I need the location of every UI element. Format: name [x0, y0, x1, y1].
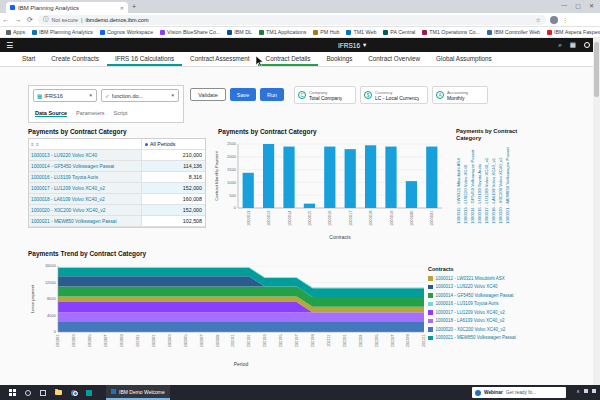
tab-close-icon[interactable]: ✕ — [120, 5, 124, 11]
area-chart-legend: Contracts 1000012 - LW0321 Mitsubishi AS… — [428, 260, 528, 342]
file-explorer-icon[interactable] — [55, 390, 62, 395]
task-view-icon[interactable] — [40, 390, 46, 396]
contract-name-cell[interactable]: 1000013 - LU9220 Volvo XC40 — [29, 150, 141, 160]
bookmark-item[interactable]: TM1 Applications — [259, 29, 306, 35]
profile-avatar[interactable] — [550, 16, 558, 24]
subtab-script[interactable]: Script — [114, 110, 128, 117]
volume-icon[interactable] — [592, 389, 596, 393]
process-toolbar-panel: ▦ IFRS16 ▼ ✓ function.do... ▼ Data Sourc… — [28, 85, 184, 123]
legend-item[interactable]: 1000016 - LU3109 Toyota Auris — [428, 300, 528, 309]
column-header-cell[interactable]: All Periods — [141, 139, 205, 149]
legend-item[interactable]: 1000014 - GF5450 Volkswagen Passat — [428, 291, 528, 300]
bookmark-item[interactable]: PA Central — [383, 29, 415, 35]
taskbar-app-button[interactable]: IBM Demo Welcome — [106, 385, 170, 400]
sheet-tab-contract-details[interactable]: Contract Details — [258, 52, 319, 66]
dashboard-content: ▦ IFRS16 ▼ ✓ function.do... ▼ Data Sourc… — [0, 67, 600, 385]
bookmark-label: PA Central — [390, 29, 415, 35]
scrollbar-thumb[interactable] — [594, 42, 599, 97]
accounting-context-card[interactable]: A Accounting Monthly — [432, 86, 488, 104]
cube-selector[interactable]: ▦ IFRS16 ▼ — [33, 89, 97, 102]
bookmark-item[interactable]: IBM Planning Analytics — [32, 29, 93, 35]
row-axis-header[interactable]: ≡ ≡ — [29, 139, 141, 149]
sheet-tab-create-contracts[interactable]: Create Contracts — [43, 52, 107, 66]
legend-item[interactable]: 1000021 - MEW850 Volkswagen Passat — [428, 334, 528, 343]
contract-name-cell[interactable]: 1000020 - X0C200 Volvo XC40_v2 — [29, 205, 141, 215]
bookmark-star-icon[interactable]: ☆ — [536, 16, 541, 23]
bookmark-item[interactable]: Apps — [6, 29, 25, 35]
forward-icon[interactable]: → — [12, 16, 24, 23]
run-button[interactable]: Run — [260, 88, 284, 101]
search-icon[interactable]: ⌕ — [558, 41, 562, 49]
legend-item[interactable]: 1000013 - LU9220 Volvo XC40 — [428, 283, 528, 292]
sheet-tab-global-assumptions[interactable]: Global Assumptions — [428, 52, 500, 66]
legend-item[interactable]: 1000012 - LW0321 Mitsubishi ASX — [428, 274, 528, 283]
svg-text:202009: 202009 — [216, 335, 220, 348]
value-cell[interactable]: 114,136 — [141, 161, 205, 171]
area-chart-svg[interactable]: 0400080001200016000201901201903201905201… — [28, 260, 428, 368]
chrome-icon[interactable] — [71, 390, 77, 396]
dimension-icon: ≡ — [36, 141, 39, 147]
hamburger-menu-icon[interactable]: ☰ — [6, 41, 13, 50]
user-icon[interactable] — [584, 42, 590, 48]
network-icon[interactable] — [584, 389, 588, 393]
value-cell[interactable]: 210,000 — [141, 150, 205, 160]
category-label: 1000013 - LU9220 Volvo XC40 — [463, 144, 468, 224]
bookmark-item[interactable]: IBM DL — [227, 29, 252, 35]
contract-name-cell[interactable]: 1000018 - LA6109 Volvo XC40_v2 — [29, 194, 141, 204]
company-context-card[interactable]: C Company Total Company — [294, 86, 356, 104]
legend-label: 1000021 - MEW850 Volkswagen Passat — [436, 335, 516, 340]
legend-item[interactable]: 1000020 - X0C200 Volvo XC40_v2 — [428, 325, 528, 334]
url-input[interactable]: ⓘ Not secure | ibmdemo.demos.ibm.com ☆ — [38, 15, 546, 25]
contract-name-cell[interactable]: 1000021 - MEW850 Volkswagen Passat — [29, 216, 141, 226]
bar-chart-svg[interactable]: 0500100015002000250010000121000013100001… — [212, 138, 446, 240]
model-selector[interactable]: IFRS16 ▾ — [338, 41, 366, 49]
subtab-data-source[interactable]: Data Source — [35, 110, 67, 117]
browser-tab[interactable]: IBM Planning Analytics ✕ — [6, 2, 128, 13]
taskbar-search-icon[interactable] — [25, 390, 31, 396]
back-icon[interactable]: ← — [0, 16, 12, 23]
apps-grid-icon[interactable]: ▦ — [570, 41, 576, 49]
bookmark-item[interactable]: TM1 Operations Co... — [422, 29, 480, 35]
sheet-tab-contract-assessment[interactable]: Contract Assessment — [182, 52, 258, 66]
subtab-parameters[interactable]: Parameters — [76, 110, 104, 117]
sheet-tab-ifrs-16-calculations[interactable]: IFRS 16 Calculations — [107, 52, 182, 66]
save-button[interactable]: Save — [230, 88, 256, 101]
new-tab-button[interactable]: + — [132, 3, 136, 10]
contract-name-cell[interactable]: 1000014 - GF5450 Volkswagen Passat — [29, 161, 141, 171]
window-close-icon[interactable]: ✕ — [589, 2, 594, 9]
bookmark-item[interactable]: TM1 Web — [346, 29, 376, 35]
value-cell[interactable]: 8,316 — [141, 172, 205, 182]
value-cell[interactable]: 160,008 — [141, 194, 205, 204]
start-button-icon[interactable] — [9, 389, 16, 396]
validate-button[interactable]: Validate — [190, 88, 226, 101]
window-maximize-icon[interactable]: ▢ — [575, 2, 581, 9]
bookmark-item[interactable]: PM Hub — [313, 29, 339, 35]
notification-toast[interactable]: Webinar Get ready fo... — [472, 387, 566, 398]
legend-item[interactable]: 1000017 - LU1209 Volvo XC40_v2 — [428, 308, 528, 317]
svg-text:Contract Monthly Payment: Contract Monthly Payment — [214, 150, 219, 200]
contract-name-cell[interactable]: 1000017 - LU1209 Volvo XC40_v2 — [29, 183, 141, 193]
reload-icon[interactable]: ⟳ — [24, 16, 36, 24]
bookmark-item[interactable]: Vision BlueShare Co... — [160, 29, 220, 35]
planning-analytics-app-icon[interactable] — [86, 390, 92, 396]
browser-menu-icon[interactable]: ⋮ — [562, 16, 568, 23]
process-selector[interactable]: ✓ function.do... ▼ — [101, 89, 179, 102]
svg-text:202111: 202111 — [327, 335, 331, 347]
legend-item[interactable]: 1000018 - LA6109 Volvo XC40_v2 — [428, 317, 528, 326]
currency-context-card[interactable]: $ Currency LC - Local Currency — [360, 86, 428, 104]
value-cell[interactable]: 152,000 — [141, 205, 205, 215]
sheet-tab-contract-overview[interactable]: Contract Overview — [360, 52, 428, 66]
contract-name-cell[interactable]: 1000016 - LU3109 Toyota Auris — [29, 172, 141, 182]
value-cell[interactable]: 152,000 — [141, 183, 205, 193]
info-icon[interactable]: ⓘ — [43, 16, 49, 23]
tray-expand-icon[interactable]: ∧ — [576, 388, 580, 394]
sheet-tab-bookings[interactable]: Bookings — [318, 52, 360, 66]
value-cell[interactable]: 102,508 — [141, 216, 205, 226]
sheet-tab-start[interactable]: Start — [14, 52, 43, 66]
mouse-cursor — [256, 56, 264, 67]
bookmark-item[interactable]: IBM Controller Web — [487, 29, 540, 35]
bookmark-item[interactable]: IBM Aspera Faspex — [547, 29, 600, 35]
category-label: 1000014 - GF5450 Volkswagen Passat — [470, 144, 475, 224]
window-minimize-icon[interactable]: — — [561, 2, 567, 9]
bookmark-item[interactable]: Cognos Workspace — [100, 29, 153, 35]
